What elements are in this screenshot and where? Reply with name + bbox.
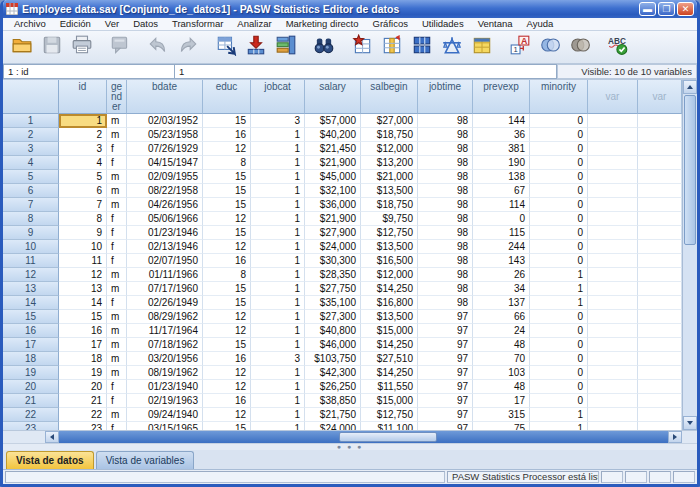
- cell[interactable]: 12: [203, 310, 251, 324]
- cell[interactable]: $27,510: [361, 352, 418, 366]
- column-header-educ[interactable]: educ: [203, 80, 251, 114]
- cell[interactable]: 4: [59, 156, 107, 170]
- cell[interactable]: 02/09/1955: [127, 170, 203, 184]
- cell[interactable]: 67: [473, 184, 530, 198]
- column-header-bdate[interactable]: bdate: [127, 80, 203, 114]
- cell[interactable]: 98: [418, 198, 473, 212]
- cell[interactable]: $38,850: [305, 394, 361, 408]
- cell[interactable]: 0: [530, 170, 588, 184]
- cell[interactable]: m: [107, 128, 127, 142]
- row-header[interactable]: 8: [3, 212, 59, 226]
- row-header[interactable]: 1: [3, 114, 59, 128]
- cell[interactable]: m: [107, 184, 127, 198]
- cell[interactable]: $14,250: [361, 338, 418, 352]
- menu-item-edición[interactable]: Edición: [53, 18, 98, 30]
- cell[interactable]: 0: [530, 240, 588, 254]
- cell[interactable]: $24,000: [305, 422, 361, 430]
- horizontal-scroll-track[interactable]: [59, 431, 668, 443]
- row-header[interactable]: 18: [3, 352, 59, 366]
- scroll-left-button[interactable]: [45, 431, 59, 443]
- cell[interactable]: f: [107, 226, 127, 240]
- cell[interactable]: 1: [251, 268, 305, 282]
- cell[interactable]: [588, 240, 638, 254]
- cell[interactable]: $24,000: [305, 240, 361, 254]
- cell[interactable]: [638, 394, 682, 408]
- cell[interactable]: $13,500: [361, 310, 418, 324]
- cell[interactable]: $36,000: [305, 198, 361, 212]
- cell[interactable]: 15: [203, 282, 251, 296]
- cell[interactable]: $16,500: [361, 254, 418, 268]
- cell[interactable]: 75: [473, 422, 530, 430]
- row-header[interactable]: 21: [3, 394, 59, 408]
- cell[interactable]: 97: [418, 366, 473, 380]
- cell[interactable]: [638, 380, 682, 394]
- cell[interactable]: 138: [473, 170, 530, 184]
- cell[interactable]: 1: [251, 324, 305, 338]
- cell[interactable]: $15,000: [361, 394, 418, 408]
- cell[interactable]: 11/17/1964: [127, 324, 203, 338]
- cell[interactable]: m: [107, 408, 127, 422]
- menu-item-marketing-directo[interactable]: Marketing directo: [279, 18, 366, 30]
- cell[interactable]: 1: [251, 226, 305, 240]
- cell[interactable]: 190: [473, 156, 530, 170]
- cell[interactable]: [638, 156, 682, 170]
- cell[interactable]: m: [107, 338, 127, 352]
- cell[interactable]: 98: [418, 226, 473, 240]
- cell[interactable]: 98: [418, 240, 473, 254]
- cell[interactable]: 66: [473, 310, 530, 324]
- menu-item-utilidades[interactable]: Utilidades: [415, 18, 471, 30]
- cell[interactable]: [588, 212, 638, 226]
- cell[interactable]: 26: [473, 268, 530, 282]
- cell[interactable]: $13,200: [361, 156, 418, 170]
- cell[interactable]: 07/26/1929: [127, 142, 203, 156]
- cell[interactable]: [588, 380, 638, 394]
- cell[interactable]: 244: [473, 240, 530, 254]
- cell[interactable]: 0: [530, 380, 588, 394]
- cell[interactable]: 18: [59, 352, 107, 366]
- cell[interactable]: 12: [203, 240, 251, 254]
- cell[interactable]: 0: [530, 352, 588, 366]
- cell[interactable]: 98: [418, 128, 473, 142]
- cell[interactable]: [638, 352, 682, 366]
- menu-item-ventana[interactable]: Ventana: [471, 18, 520, 30]
- cell[interactable]: [638, 408, 682, 422]
- cell[interactable]: [638, 114, 682, 128]
- vertical-scroll-thumb[interactable]: [684, 95, 696, 245]
- row-header[interactable]: 14: [3, 296, 59, 310]
- cell[interactable]: 0: [530, 114, 588, 128]
- cell[interactable]: 02/03/1952: [127, 114, 203, 128]
- cell[interactable]: 04/15/1947: [127, 156, 203, 170]
- cell[interactable]: 0: [530, 394, 588, 408]
- cell[interactable]: f: [107, 142, 127, 156]
- insert-variable-button[interactable]: [377, 33, 406, 62]
- cell[interactable]: 12: [203, 408, 251, 422]
- cell[interactable]: 0: [530, 128, 588, 142]
- scroll-right-button[interactable]: [668, 431, 682, 443]
- cell[interactable]: 08/29/1962: [127, 310, 203, 324]
- cell[interactable]: 0: [530, 366, 588, 380]
- cell[interactable]: 97: [418, 408, 473, 422]
- cell[interactable]: [588, 268, 638, 282]
- cell[interactable]: [638, 254, 682, 268]
- cell[interactable]: 0: [530, 310, 588, 324]
- cell[interactable]: f: [107, 212, 127, 226]
- cell[interactable]: 12: [203, 366, 251, 380]
- cell[interactable]: f: [107, 394, 127, 408]
- cell[interactable]: $30,300: [305, 254, 361, 268]
- row-header[interactable]: 3: [3, 142, 59, 156]
- cell[interactable]: $14,250: [361, 366, 418, 380]
- cell[interactable]: 0: [530, 184, 588, 198]
- cell[interactable]: 1: [251, 128, 305, 142]
- cell[interactable]: 97: [418, 422, 473, 430]
- cell[interactable]: [638, 366, 682, 380]
- cell[interactable]: m: [107, 324, 127, 338]
- cell[interactable]: $27,000: [361, 114, 418, 128]
- row-header[interactable]: 10: [3, 240, 59, 254]
- cell[interactable]: 16: [203, 394, 251, 408]
- column-header-jobtime[interactable]: jobtime: [418, 80, 473, 114]
- cell[interactable]: [638, 338, 682, 352]
- cell[interactable]: 12: [203, 142, 251, 156]
- cell[interactable]: $40,800: [305, 324, 361, 338]
- cell[interactable]: 97: [418, 338, 473, 352]
- use-variable-sets-button[interactable]: [535, 33, 564, 62]
